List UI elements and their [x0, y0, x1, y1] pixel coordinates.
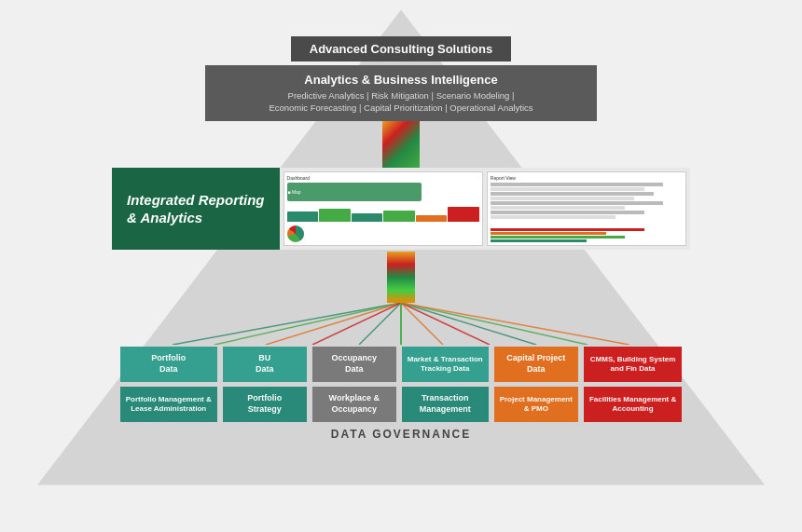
- capital-project-box: Capital ProjectData: [494, 347, 578, 382]
- cmms-box: CMMS, Building Systemand Fin Data: [584, 347, 682, 382]
- bar-chart-1: [287, 205, 479, 222]
- svg-line-9: [401, 303, 588, 345]
- bar-1: [287, 211, 319, 222]
- bu-data-label: BUData: [256, 353, 274, 375]
- chart-2-title: Report View: [491, 175, 683, 181]
- market-data-box: Market & TransactionTracking Data: [402, 347, 489, 382]
- column-portfolio: PortfolioData Portfolio Management &Leas…: [120, 347, 217, 422]
- portfolio-strategy-label: PortfolioStrategy: [247, 393, 282, 415]
- column-cmms: CMMS, Building Systemand Fin Data Facili…: [584, 347, 682, 422]
- portfolio-strategy-box: PortfolioStrategy: [223, 387, 307, 422]
- column-bu: BUData PortfolioStrategy: [223, 347, 307, 422]
- integrated-reporting-box: Integrated Reporting& Analytics: [112, 168, 280, 250]
- transaction-mgmt-label: TransactionManagement: [420, 393, 471, 415]
- rays-svg: [121, 303, 681, 345]
- horiz-bars: [491, 228, 683, 242]
- table-mock: [491, 183, 683, 224]
- table-row-3: [491, 192, 654, 196]
- data-governance-label: DATA GOVERNANCE: [331, 428, 471, 441]
- workplace-label: Workplace &Occupancy: [329, 393, 380, 415]
- ribbon-connector-2: [387, 252, 415, 303]
- table-row-1: [491, 183, 664, 186]
- bar-5: [416, 215, 448, 222]
- column-capital: Capital ProjectData Project Management& …: [494, 347, 578, 422]
- occupancy-data-box: OccupancyData: [312, 347, 396, 382]
- top-box-label: Advanced Consulting Solutions: [310, 42, 492, 56]
- cmms-label: CMMS, Building Systemand Fin Data: [590, 355, 676, 375]
- bar-6: [448, 207, 479, 222]
- column-occupancy: OccupancyData Workplace &Occupancy: [312, 347, 396, 422]
- hbar-2: [491, 232, 606, 235]
- market-data-label: Market & TransactionTracking Data: [408, 355, 483, 375]
- hbar-4: [491, 239, 587, 242]
- bu-data-box: BUData: [223, 347, 307, 382]
- portfolio-data-label: PortfolioData: [151, 353, 186, 375]
- rays-area: [121, 303, 681, 345]
- chart-1: Dashboard ■ Map: [283, 171, 483, 246]
- facilities-mgmt-box: Facilities Management &Accounting: [584, 387, 682, 422]
- portfolio-data-box: PortfolioData: [120, 347, 217, 382]
- chart-2: Report View: [487, 171, 686, 246]
- table-row-6: [491, 206, 625, 210]
- pie-chart: [287, 225, 304, 242]
- table-row-8: [491, 215, 615, 219]
- map-area: ■ Map: [287, 183, 422, 201]
- project-mgmt-box: Project Management& PMO: [494, 387, 578, 422]
- table-row-4: [491, 197, 635, 200]
- table-row-7: [491, 211, 644, 214]
- ribbon-connector-1: [382, 121, 420, 168]
- pyramid-diagram: Advanced Consulting Solutions Analytics …: [19, 10, 783, 523]
- column-market: Market & TransactionTracking Data Transa…: [402, 347, 489, 422]
- bar-2: [319, 209, 351, 222]
- middle-row: Integrated Reporting& Analytics Dashboar…: [112, 168, 690, 250]
- project-mgmt-label: Project Management& PMO: [500, 395, 573, 415]
- svg-line-7: [401, 303, 490, 345]
- svg-line-1: [214, 303, 401, 345]
- capital-project-label: Capital ProjectData: [506, 353, 565, 375]
- hbar-3: [491, 236, 625, 239]
- chart-1-title: Dashboard: [287, 175, 479, 181]
- table-row-2: [491, 187, 644, 191]
- facilities-mgmt-label: Facilities Management &Accounting: [589, 395, 676, 415]
- integrated-label: Integrated Reporting& Analytics: [127, 191, 265, 227]
- analytics-subtitle: Predictive Analytics | Risk Mitigation |…: [220, 89, 582, 115]
- svg-line-3: [312, 303, 401, 345]
- analytics-box: Analytics & Business Intelligence Predic…: [205, 65, 597, 122]
- top-box: Advanced Consulting Solutions: [291, 36, 511, 61]
- bar-4: [383, 211, 415, 223]
- analytics-title: Analytics & Business Intelligence: [220, 73, 582, 87]
- occupancy-data-label: OccupancyData: [331, 353, 377, 375]
- bar-3: [352, 213, 383, 222]
- hbar-1: [491, 228, 644, 231]
- data-boxes-row: PortfolioData Portfolio Management &Leas…: [37, 347, 765, 422]
- portfolio-mgmt-box: Portfolio Management &Lease Administrati…: [120, 387, 217, 422]
- table-row-5: [491, 201, 664, 205]
- charts-area: Dashboard ■ Map Repo: [280, 168, 690, 250]
- portfolio-mgmt-label: Portfolio Management &Lease Administrati…: [126, 395, 212, 415]
- workplace-box: Workplace &Occupancy: [312, 387, 396, 422]
- pyramid-content: Advanced Consulting Solutions Analytics …: [19, 10, 783, 442]
- transaction-mgmt-box: TransactionManagement: [402, 387, 489, 422]
